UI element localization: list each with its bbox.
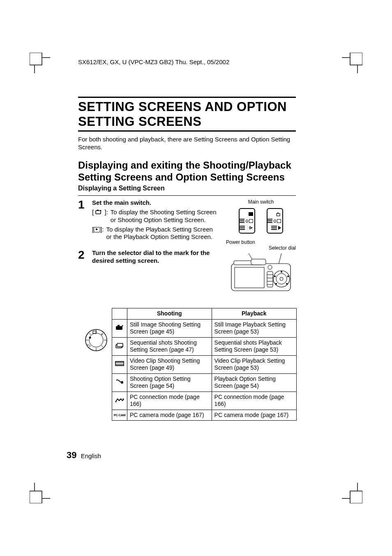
svg-rect-13 xyxy=(251,259,266,265)
intro-text: For both shooting and playback, there ar… xyxy=(78,136,296,151)
svg-point-37 xyxy=(122,325,123,327)
modes-table: Shooting Playback Still Image Shooting S… xyxy=(112,308,297,421)
video-clip-icon xyxy=(112,355,127,373)
camera-diagram xyxy=(228,253,294,294)
table-cell: PC camera mode (page 167) xyxy=(212,410,296,421)
svg-rect-5 xyxy=(97,210,99,211)
rule-under-title xyxy=(78,130,296,132)
table-cell: PC camera mode (page 167) xyxy=(127,410,212,421)
table-cell: Shooting Option Setting Screen (page 54) xyxy=(127,373,212,392)
table-row: PC CAM PC camera mode (page 167) PC came… xyxy=(112,410,297,421)
option-setting-icon xyxy=(112,373,127,392)
playback-mode-icon: [ ]: xyxy=(92,226,104,241)
table-cell: Video Clip Playback Setting Screen (page… xyxy=(212,355,296,373)
table-cell: Still Image Playback Setting Screen (pag… xyxy=(212,319,296,337)
crop-mark-bl xyxy=(30,483,50,503)
table-cell: Sequential shots Playback Setting Screen… xyxy=(212,337,296,355)
step-title: Set the main switch. xyxy=(92,199,218,207)
svg-rect-42 xyxy=(115,364,124,366)
still-image-icon xyxy=(112,319,127,337)
svg-point-51 xyxy=(121,381,123,384)
svg-point-27 xyxy=(275,283,277,285)
table-header-icon xyxy=(112,308,127,320)
document-header: SX612/EX, GX, U (VPC-MZ3 GB2) Thu. Sept.… xyxy=(78,58,229,65)
selector-dial-icon: S PC xyxy=(84,328,108,352)
svg-text:PC: PC xyxy=(87,344,90,346)
main-switch-label: Main switch xyxy=(226,199,296,205)
svg-point-28 xyxy=(274,276,276,277)
main-switch-diagram xyxy=(226,206,296,237)
table-cell: Playback Option Setting Screen (page 54) xyxy=(212,373,296,392)
table-header-shooting: Shooting xyxy=(127,308,212,320)
svg-point-6 xyxy=(100,210,101,211)
svg-rect-3 xyxy=(350,491,362,503)
svg-rect-14 xyxy=(235,267,264,288)
camera-mode-icon: [ ]: xyxy=(92,208,108,224)
selector-dial-label: Selector dial xyxy=(269,245,296,251)
step-sub-text: To display the Shooting Setting Screen o… xyxy=(111,208,218,224)
switch-playback-icon xyxy=(267,208,283,234)
svg-rect-8 xyxy=(277,213,279,213)
svg-rect-40 xyxy=(115,361,124,366)
steps-list: 1 Set the main switch. [ ]: To display t… xyxy=(78,199,218,296)
svg-text:S: S xyxy=(101,333,103,336)
table-cell: PC connection mode (page 166) xyxy=(212,392,296,410)
svg-point-15 xyxy=(268,265,272,269)
svg-rect-1 xyxy=(350,53,362,65)
rule-top xyxy=(78,97,296,98)
subsection-heading: Displaying a Setting Screen xyxy=(78,185,296,192)
section-heading: Displaying and exiting the Shooting/Play… xyxy=(78,160,296,183)
svg-rect-7 xyxy=(277,213,280,216)
page-content: SETTING SCREENS AND OPTION SETTING SCREE… xyxy=(78,97,296,421)
page-footer: 39 English xyxy=(67,450,101,461)
step-title: Turn the selector dial to the mark for t… xyxy=(92,249,218,265)
step-2: 2 Turn the selector dial to the mark for… xyxy=(78,249,218,266)
svg-rect-36 xyxy=(118,325,120,327)
table-row: PC connection mode (page 166) PC connect… xyxy=(112,392,297,410)
power-button-label: Power button xyxy=(226,239,255,245)
svg-point-25 xyxy=(287,276,289,277)
table-cell: Video Clip Shooting Setting Screen (page… xyxy=(127,355,212,373)
svg-rect-0 xyxy=(30,53,42,65)
page-title: SETTING SCREENS AND OPTION SETTING SCREE… xyxy=(78,100,296,129)
table-cell: Sequential shots Shooting Setting Screen… xyxy=(127,337,212,355)
switch-shooting-icon xyxy=(239,208,255,234)
step-number: 2 xyxy=(78,249,87,266)
svg-rect-4 xyxy=(96,211,101,214)
svg-point-26 xyxy=(286,283,288,285)
rule-under-subsection xyxy=(78,195,296,196)
step-number: 1 xyxy=(78,199,87,243)
page-number: 39 xyxy=(67,450,76,460)
table-row: Shooting Option Setting Screen (page 54)… xyxy=(112,373,297,392)
table-cell: Still Image Shooting Setting Screen (pag… xyxy=(127,319,212,337)
crop-mark-tl xyxy=(30,53,50,73)
table-row: Sequential shots Shooting Setting Screen… xyxy=(112,337,297,355)
svg-point-31 xyxy=(89,337,91,339)
table-cell: PC connection mode (page 166) xyxy=(127,392,212,410)
svg-rect-35 xyxy=(116,326,122,330)
crop-mark-br xyxy=(342,483,362,503)
page-language: English xyxy=(81,452,101,459)
svg-rect-39 xyxy=(117,343,123,347)
pc-cam-icon: PC CAM xyxy=(112,410,127,421)
step-sub-text: To display the Playback Setting Screen o… xyxy=(106,226,218,241)
svg-point-23 xyxy=(280,277,283,280)
table-header-playback: Playback xyxy=(212,308,296,320)
diagrams-column: Main switch Power button Selector dial xyxy=(226,199,296,296)
table-row: Still Image Shooting Setting Screen (pag… xyxy=(112,319,297,337)
table-row: Video Clip Shooting Setting Screen (page… xyxy=(112,355,297,373)
svg-point-24 xyxy=(281,271,282,273)
sequential-shots-icon xyxy=(112,337,127,355)
svg-rect-2 xyxy=(30,491,42,503)
pc-connection-icon xyxy=(112,392,127,410)
crop-mark-tr xyxy=(342,53,362,73)
svg-rect-41 xyxy=(115,361,124,363)
step-1: 1 Set the main switch. [ ]: To display t… xyxy=(78,199,218,243)
